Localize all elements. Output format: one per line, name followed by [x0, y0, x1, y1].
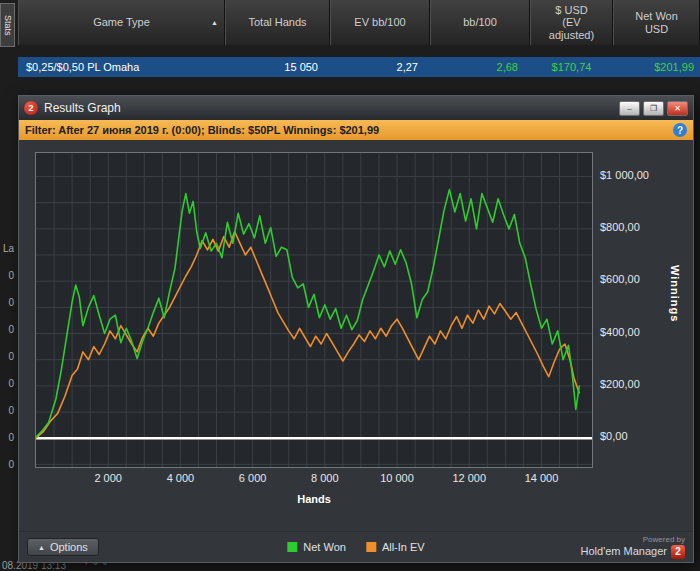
options-button-label: Options: [50, 541, 88, 553]
x-tick-label: 6 000: [239, 472, 267, 484]
table-header: Game Type ▲ Total Hands EV bb/100 bb/100…: [18, 0, 700, 45]
close-button[interactable]: ✕: [667, 101, 688, 116]
background-cell-fragment: 0: [0, 432, 14, 459]
column-label: EV bb/100: [354, 16, 405, 29]
cell-bb100: 2,68: [430, 57, 530, 77]
y-tick-label: $1 000,00: [600, 169, 649, 181]
y-axis-title: Winnings: [669, 265, 681, 322]
cell-total-hands: 15 050: [225, 57, 330, 77]
powered-by-caption: Powered by: [581, 535, 685, 544]
all-in-ev-line: [36, 232, 579, 439]
dialog-title: Results Graph: [44, 101, 616, 115]
x-tick-label: 14 000: [525, 472, 559, 484]
sort-ascending-icon: ▲: [211, 18, 218, 26]
column-header-bb100[interactable]: bb/100: [430, 0, 530, 45]
all-in-ev-swatch-icon: [366, 542, 376, 552]
x-tick-label: 10 000: [380, 472, 414, 484]
chevron-up-icon: ▲: [38, 544, 45, 551]
background-cell-fragment: 0: [0, 324, 14, 351]
background-cell-fragment: 0: [0, 297, 14, 324]
screen: Stats Game Type ▲ Total Hands EV bb/100 …: [0, 0, 700, 571]
column-header-ev-bb100[interactable]: EV bb/100: [330, 0, 430, 45]
column-label: Game Type: [93, 16, 150, 29]
info-icon[interactable]: ?: [673, 123, 687, 137]
holdem-manager-label: Hold'em Manager: [581, 545, 667, 558]
options-button[interactable]: ▲ Options: [27, 538, 99, 556]
column-label: bb/100: [463, 16, 497, 29]
column-header-total-hands[interactable]: Total Hands: [225, 0, 330, 45]
net-won-legend-label: Net Won: [303, 541, 346, 553]
results-graph-dialog: 2 Results Graph – ❐ ✕ Filter: After 27 и…: [18, 95, 694, 563]
y-tick-label: $400,00: [600, 326, 640, 338]
background-cell-fragment: La: [0, 243, 14, 270]
results-graph-plot: [36, 153, 592, 467]
chart-area: Hands Winnings 2 0004 0006 0008 00010 00…: [19, 140, 693, 531]
table-row[interactable]: $0,25/$0,50 PL Omaha 15 050 2,27 2,68 $1…: [18, 57, 700, 77]
cell-net-won-usd: $201,99: [613, 57, 700, 77]
plot-panel[interactable]: [35, 152, 593, 468]
column-label: Net Won USD: [629, 10, 685, 35]
filter-text: Filter: After 27 июня 2019 г. (0:00); Bl…: [25, 124, 379, 136]
hm2-logo-icon: 2: [24, 101, 38, 115]
x-tick-label: 12 000: [452, 472, 486, 484]
chart-legend: Net Won All-In EV: [287, 541, 424, 553]
dialog-bottom-bar: ▲ Options Net Won All-In EV Powered by H…: [19, 531, 693, 562]
powered-by: Powered by Hold'em Manager 2: [581, 535, 685, 558]
y-tick-label: $0,00: [600, 430, 628, 442]
cell-game-type: $0,25/$0,50 PL Omaha: [18, 57, 225, 77]
background-cell-fragment: 0: [0, 459, 14, 486]
net-won-swatch-icon: [287, 542, 297, 552]
column-header-usd-ev-adjusted[interactable]: $ USD (EV adjusted): [530, 0, 613, 45]
background-cell-fragment: 0: [0, 270, 14, 297]
y-tick-label: $600,00: [600, 273, 640, 285]
background-table-left-fragments: La00000000: [0, 243, 14, 486]
background-cell-fragment: 0: [0, 351, 14, 378]
x-tick-label: 2 000: [94, 472, 122, 484]
background-cell-fragment: 0: [0, 405, 14, 432]
stats-vertical-tab[interactable]: Stats: [0, 3, 15, 47]
cell-ev-bb100: 2,27: [330, 57, 430, 77]
all-in-ev-legend-label: All-In EV: [382, 541, 425, 553]
column-label: $ USD (EV adjusted): [546, 4, 598, 42]
minimize-button[interactable]: –: [619, 101, 640, 116]
x-tick-label: 8 000: [311, 472, 339, 484]
filter-bar: Filter: After 27 июня 2019 г. (0:00); Bl…: [19, 120, 693, 140]
x-axis-title: Hands: [36, 493, 592, 505]
net-won-line: [36, 190, 579, 437]
background-cell-fragment: 0: [0, 378, 14, 405]
column-header-game-type[interactable]: Game Type ▲: [18, 0, 225, 45]
x-tick-label: 4 000: [167, 472, 195, 484]
dialog-titlebar[interactable]: 2 Results Graph – ❐ ✕: [19, 96, 693, 120]
y-tick-label: $200,00: [600, 378, 640, 390]
y-tick-label: $800,00: [600, 221, 640, 233]
column-label: Total Hands: [248, 16, 306, 29]
hm2-logo-small-icon: 2: [671, 545, 685, 559]
column-header-net-won-usd[interactable]: Net Won USD: [613, 0, 700, 45]
cell-usd-ev-adjusted: $170,74: [530, 57, 613, 77]
maximize-button[interactable]: ❐: [643, 101, 664, 116]
